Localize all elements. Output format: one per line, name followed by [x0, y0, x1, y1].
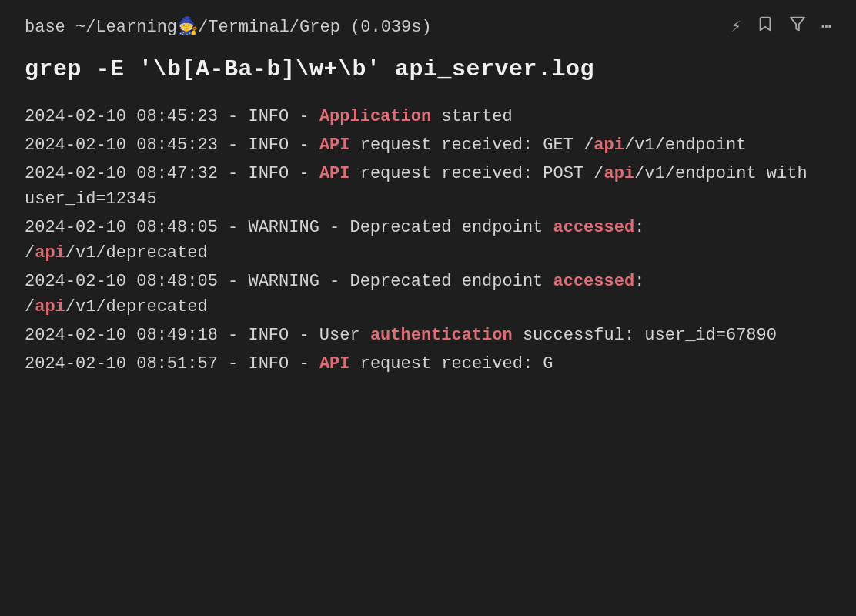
log-prefix-3: 2024-02-10 08:47:32 - INFO - [25, 164, 319, 183]
log-line-2: 2024-02-10 08:45:23 - INFO - API request… [25, 132, 831, 158]
log-suffix-5: /v1/deprecated [65, 297, 208, 316]
log-mid-2: request received: GET / [349, 136, 594, 155]
log-prefix-1: 2024-02-10 08:45:23 - INFO - [25, 107, 319, 126]
log-suffix-7: request received: G [349, 354, 553, 373]
highlight-accessed-2: accessed [553, 272, 635, 291]
more-icon[interactable]: ⋯ [821, 16, 831, 37]
highlight-authentication: authentication [370, 326, 513, 345]
highlight-api-1: api [594, 136, 624, 155]
highlight-api-4: api [35, 297, 65, 316]
highlight-accessed-1: accessed [553, 218, 635, 237]
log-suffix-6: successful: user_id=67890 [513, 326, 777, 345]
log-prefix-4: 2024-02-10 08:48:05 - WARNING - Deprecat… [25, 218, 553, 237]
bookmark-icon[interactable] [757, 15, 774, 38]
log-line-6: 2024-02-10 08:49:18 - INFO - User authen… [25, 323, 831, 348]
highlight-API-3: API [319, 354, 350, 373]
log-prefix-7: 2024-02-10 08:51:57 - INFO - [25, 354, 319, 373]
terminal-window: base ~/Learning🧙/Terminal/Grep (0.039s) … [0, 0, 856, 616]
filter-icon[interactable] [789, 15, 806, 38]
log-line-4: 2024-02-10 08:48:05 - WARNING - Deprecat… [25, 215, 831, 266]
log-prefix-6: 2024-02-10 08:49:18 - INFO - User [25, 326, 370, 345]
log-line-5: 2024-02-10 08:48:05 - WARNING - Deprecat… [25, 269, 831, 320]
log-prefix-2: 2024-02-10 08:45:23 - INFO - [25, 136, 319, 155]
log-prefix-5: 2024-02-10 08:48:05 - WARNING - Deprecat… [25, 272, 553, 291]
highlight-API-1: API [319, 136, 350, 155]
lightning-icon[interactable]: ⚡ [731, 16, 741, 37]
log-suffix-1: started [431, 107, 513, 126]
header-icons: ⚡ ⋯ [731, 15, 832, 38]
command-line: grep -E '\b[A-Ba-b]\w+\b' api_server.log [25, 56, 831, 82]
log-suffix-4: /v1/deprecated [65, 243, 208, 263]
log-mid-3: request received: POST / [349, 164, 604, 183]
log-line-3: 2024-02-10 08:47:32 - INFO - API request… [25, 161, 831, 212]
header-title: base ~/Learning🧙/Terminal/Grep (0.039s) [25, 16, 432, 37]
log-suffix-2: /v1/endpoint [624, 136, 746, 155]
highlight-API-2: API [319, 164, 350, 183]
highlight-api-2: api [604, 164, 635, 183]
header-bar: base ~/Learning🧙/Terminal/Grep (0.039s) … [25, 15, 831, 38]
log-line-1: 2024-02-10 08:45:23 - INFO - Application… [25, 104, 831, 129]
svg-marker-0 [791, 18, 804, 31]
highlight-api-3: api [35, 243, 65, 263]
command-text: grep -E '\b[A-Ba-b]\w+\b' api_server.log [25, 56, 594, 82]
log-output: 2024-02-10 08:45:23 - INFO - Application… [25, 104, 831, 377]
highlight-Application: Application [319, 107, 431, 126]
log-line-7: 2024-02-10 08:51:57 - INFO - API request… [25, 351, 831, 377]
